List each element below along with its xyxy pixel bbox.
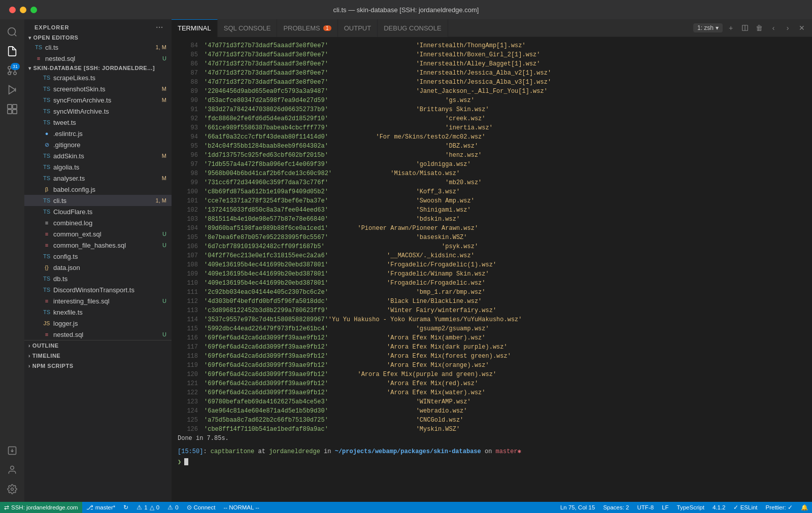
ts-icon: TS <box>43 152 51 160</box>
terminal-cursor-line: ❯ <box>178 457 806 466</box>
file-gitignore[interactable]: ⊘ .gitignore <box>24 139 172 150</box>
window-controls[interactable] <box>9 7 37 13</box>
open-editor-cli-ts[interactable]: TS cli.ts 1, M <box>24 42 172 53</box>
file-addSkin[interactable]: TS addSkin.ts M <box>24 150 172 161</box>
file-CloudFlare[interactable]: TS CloudFlare.ts <box>24 206 172 217</box>
status-prettier[interactable]: Prettier: ✓ <box>762 502 797 513</box>
kill-terminal-button[interactable]: 🗑 <box>753 22 765 34</box>
activity-search[interactable] <box>4 23 21 41</box>
file-data-json[interactable]: {} data.json <box>24 262 172 273</box>
line-number: 85 <box>178 50 198 59</box>
status-spaces[interactable]: Spaces: 2 <box>599 502 633 513</box>
file-config[interactable]: TS config.ts <box>24 251 172 262</box>
navigate-forward-button[interactable]: › <box>782 22 794 34</box>
file-eslintrc[interactable]: ● .eslintrc.js <box>24 128 172 139</box>
outline-chevron: › <box>28 343 30 349</box>
navigate-back-button[interactable]: ‹ <box>767 22 780 34</box>
file-syncWithArchive[interactable]: TS syncWithArchive.ts <box>24 106 172 117</box>
sidebar: Explorer ··· ▾ OPEN EDITORS TS cli.ts 1,… <box>24 19 172 502</box>
path-value: 'Shinigami.wsz' <box>328 206 471 215</box>
activity-remote[interactable] <box>4 442 21 459</box>
activity-source-control[interactable]: 31 <box>4 62 21 79</box>
close-button[interactable] <box>9 7 16 13</box>
tab-sql-console-label: SQL CONSOLE <box>224 24 271 32</box>
file-db[interactable]: TS db.ts <box>24 273 172 284</box>
maximize-button[interactable] <box>30 7 37 13</box>
status-line-ending[interactable]: LF <box>658 502 672 513</box>
status-bell[interactable]: 🔔 <box>797 502 812 513</box>
line-number: 92 <box>178 114 198 123</box>
file-screenshotSkin[interactable]: TS screenshotSkin.ts M <box>24 83 172 94</box>
file-common-file-hashes-sql[interactable]: ≡ common_file_hashes.sql U <box>24 240 172 251</box>
line-number: 110 <box>178 279 198 288</box>
line-number: 109 <box>178 269 198 279</box>
status-sync[interactable]: ⚠ 0 <box>163 502 182 513</box>
status-version[interactable]: 4.1.2 <box>708 502 730 513</box>
status-sync-icon[interactable]: ↻ <box>119 502 132 513</box>
table-row: 121'69f6ef6ad42ca6dd3099ff39aae9fb12' 'A… <box>178 379 806 388</box>
activity-extensions[interactable] <box>4 100 21 118</box>
file-combined-log[interactable]: ≡ combined.log <box>24 217 172 228</box>
open-editor-nested-sql[interactable]: ≡ nested.sql U <box>24 53 172 64</box>
table-row: 122'69f6ef6ad42ca6dd3099ff39aae9fb12' 'A… <box>178 388 806 397</box>
path-value: 'Arora Efex Mix(orange).wsz' <box>328 361 489 370</box>
terminal-dropdown[interactable]: 1: zsh ▾ <box>693 23 723 32</box>
activity-settings[interactable] <box>4 481 21 498</box>
file-logger[interactable]: JS logger.js <box>24 318 172 329</box>
split-terminal-button[interactable] <box>739 22 751 34</box>
problems-badge: 1 <box>323 25 331 31</box>
activity-explorer[interactable] <box>4 43 21 60</box>
file-scrapeLikes[interactable]: TS scrapeLikes.ts <box>24 72 172 83</box>
file-cli-ts[interactable]: TS cli.ts 1, M <box>24 195 172 206</box>
timeline-section[interactable]: › TIMELINE <box>24 351 172 361</box>
hash-value: '6ae964c81a4e604e871a4d5e1b5b9d30' <box>204 406 328 416</box>
file-knexfile[interactable]: TS knexfile.ts <box>24 306 172 318</box>
tab-terminal[interactable]: TERMINAL <box>172 19 218 37</box>
sidebar-menu-icon[interactable]: ··· <box>156 23 163 31</box>
new-terminal-button[interactable]: + <box>725 22 737 34</box>
table-row: 86'47d771d3f27b73dadf5aaadf3e8f0ee7' 'In… <box>178 59 806 69</box>
status-line-col[interactable]: Ln 75, Col 15 <box>556 502 599 513</box>
outline-section[interactable]: › OUTLINE <box>24 340 172 351</box>
status-eslint[interactable]: ✓ ESLint <box>729 502 761 513</box>
file-algolia[interactable]: TS algolia.ts <box>24 161 172 173</box>
activity-run[interactable] <box>4 81 21 98</box>
path-value: 'Winter Fairy/winterfairy.wsz' <box>328 306 496 315</box>
hash-value: '661ce989f5586387babeab4cbcfff779' <box>204 123 328 132</box>
status-branch[interactable]: ⎇ master* <box>82 502 120 513</box>
npm-scripts-label: NPM SCRIPTS <box>32 363 74 369</box>
file-DiscordWinstonTransport[interactable]: TS DiscordWinstonTransport.ts <box>24 284 172 295</box>
activity-account[interactable] <box>4 461 21 478</box>
path-value: 'Arora Efex Mix(amber).wsz' <box>328 333 486 343</box>
tab-debug-console[interactable]: DEBUG CONSOLE <box>378 19 448 37</box>
table-row: 93'661ce989f5586387babeab4cbcfff779' 'in… <box>178 123 806 132</box>
file-tweet[interactable]: TS tweet.ts <box>24 117 172 128</box>
file-nested-sql[interactable]: ≡ nested.sql U <box>24 329 172 340</box>
tab-output[interactable]: OUTPUT <box>338 19 378 37</box>
minimize-button[interactable] <box>20 7 26 13</box>
file-babel-config-label: babel.config.js <box>53 186 95 193</box>
status-connect[interactable]: ⊙ Connect <box>183 502 220 513</box>
sync-warning-icon: ⚠ <box>167 504 173 511</box>
skin-database-header[interactable]: ▾ SKIN-DATABASE [SSH: JORDANELDRE...] <box>24 64 172 72</box>
tab-sql-console[interactable]: SQL CONSOLE <box>218 19 278 37</box>
file-syncFromArchive[interactable]: TS syncFromArchive.ts M <box>24 94 172 106</box>
file-babel-config[interactable]: β babel.config.js <box>24 184 172 195</box>
file-logger-label: logger.js <box>53 320 78 327</box>
path-value: 'Innerstealth/ThongAmp[1].wsz' <box>328 41 526 50</box>
tab-problems[interactable]: PROBLEMS 1 <box>277 19 337 37</box>
close-panel-button[interactable]: ✕ <box>796 22 808 34</box>
status-ssh[interactable]: ⇄ SSH: jordaneldredge.com <box>0 502 82 513</box>
npm-scripts-section[interactable]: › NPM SCRIPTS <box>24 361 172 371</box>
file-scrapeLikes-label: scrapeLikes.ts <box>53 74 95 82</box>
terminal-content[interactable]: 84'47d771d3f27b73dadf5aaadf3e8f0ee7' 'In… <box>172 37 812 502</box>
table-row: 112'4d303b0f4befdfd0bfd5f96fa5018ddc' 'B… <box>178 297 806 306</box>
open-editors-header[interactable]: ▾ OPEN EDITORS <box>24 33 172 42</box>
eslint-icon: ● <box>43 129 51 138</box>
status-encoding[interactable]: UTF-8 <box>633 502 658 513</box>
status-warnings[interactable]: ⚠ 1 △ 0 <box>132 502 163 513</box>
file-interesting-files-sql[interactable]: ≡ interesting_files.sql U <box>24 295 172 306</box>
file-analyser[interactable]: TS analyser.ts M <box>24 173 172 184</box>
status-language[interactable]: TypeScript <box>673 502 708 513</box>
file-common-ext-sql[interactable]: ≡ common_ext.sql U <box>24 228 172 240</box>
